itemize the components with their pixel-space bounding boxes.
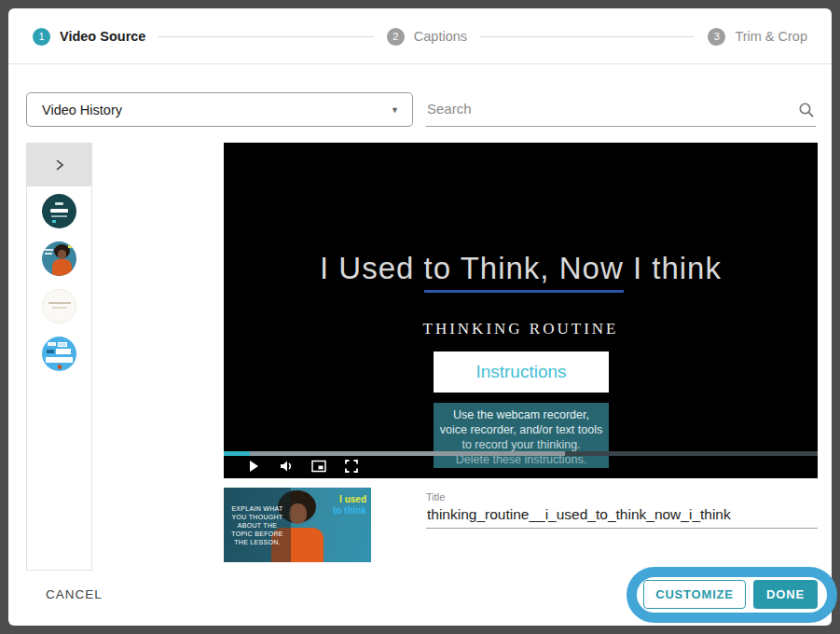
picture-in-picture-icon[interactable]	[311, 459, 326, 474]
search-icon	[798, 102, 815, 118]
selected-video-thumbnail: EXPLAIN WHAT YOU THOUGHT ABOUT THE TOPIC…	[224, 488, 371, 562]
video-slide-title: I Used to Think, Now I think	[224, 251, 818, 286]
video-slide-subtitle: THINKING ROUTINE	[224, 320, 818, 338]
step-trim-crop[interactable]: 3 Trim & Crop	[708, 28, 807, 46]
video-history-sidebar	[26, 143, 92, 571]
sidebar-thumbnail-student[interactable]	[42, 241, 76, 276]
play-icon[interactable]	[246, 459, 261, 474]
step-captions[interactable]: 2 Captions	[387, 28, 467, 46]
chevron-right-icon	[52, 158, 67, 172]
video-progress-bar[interactable]	[224, 451, 818, 456]
title-field	[426, 504, 818, 529]
step-3-badge: 3	[708, 28, 725, 46]
caret-down-icon: ▼	[391, 105, 399, 115]
done-button[interactable]: DONE	[753, 580, 818, 609]
video-player[interactable]: I Used to Think, Now I think THINKING RO…	[224, 143, 818, 478]
video-instructions-note: Use the webcam recorder, voice recorder,…	[434, 403, 609, 468]
search-field	[426, 93, 816, 127]
step-1-label: Video Source	[60, 29, 145, 44]
title-field-label: Title	[426, 491, 445, 503]
screenshot-frame: 1 Video Source 2 Captions 3 Trim & Crop …	[0, 0, 840, 634]
search-input[interactable]	[426, 93, 816, 127]
step-1-badge: 1	[33, 28, 50, 46]
step-video-source[interactable]: 1 Video Source	[33, 28, 145, 46]
thumbnail-tagline: I used to think	[333, 494, 366, 517]
step-2-badge: 2	[387, 28, 405, 46]
customize-button[interactable]: CUSTOMIZE	[643, 580, 746, 609]
sidebar-thumbnail-list	[42, 186, 76, 371]
step-3-label: Trim & Crop	[735, 29, 807, 44]
stepper-header: 1 Video Source 2 Captions 3 Trim & Crop	[8, 8, 832, 64]
progress-played	[224, 451, 250, 456]
sidebar-thumbnail-worksheet[interactable]	[42, 337, 76, 371]
cancel-button[interactable]: CANCEL	[40, 586, 108, 602]
dialog-window: 1 Video Source 2 Captions 3 Trim & Crop …	[8, 8, 832, 626]
thumbnail-art	[289, 503, 307, 524]
volume-icon[interactable]	[279, 459, 294, 474]
sidebar-thumbnail-title-slide[interactable]	[42, 289, 76, 324]
fullscreen-icon[interactable]	[344, 459, 359, 474]
video-source-select-value: Video History	[42, 103, 391, 117]
thumbnail-caption-overlay: EXPLAIN WHAT YOU THOUGHT ABOUT THE TOPIC…	[224, 488, 291, 562]
stepper-connector	[158, 36, 373, 37]
sidebar-expand-button[interactable]	[27, 144, 91, 186]
step-2-label: Captions	[414, 29, 467, 44]
title-input[interactable]	[426, 504, 818, 529]
stepper-connector	[480, 36, 695, 37]
video-controls	[246, 459, 359, 475]
progress-buffered	[224, 451, 565, 456]
video-instructions-box: Instructions	[434, 351, 609, 393]
stepper: 1 Video Source 2 Captions 3 Trim & Crop	[8, 8, 832, 64]
sidebar-thumbnail-search-page[interactable]	[42, 194, 76, 228]
video-source-select[interactable]: Video History ▼	[26, 92, 413, 127]
